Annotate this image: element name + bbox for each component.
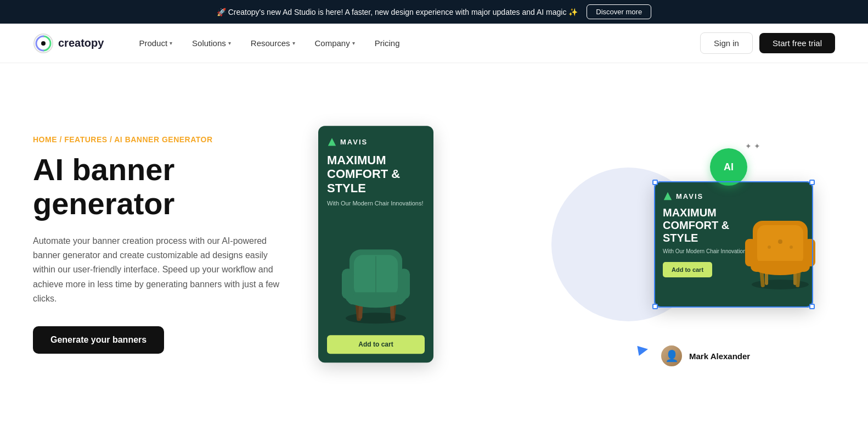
logo-icon bbox=[33, 33, 54, 54]
brand-name-secondary: MAVIS bbox=[676, 192, 703, 200]
svg-marker-15 bbox=[664, 192, 672, 200]
svg-rect-25 bbox=[745, 239, 756, 266]
chevron-down-icon: ▾ bbox=[352, 40, 355, 46]
add-to-cart-secondary[interactable]: Add to cart bbox=[663, 262, 712, 277]
logo[interactable]: creatopy bbox=[33, 33, 104, 54]
svg-point-1 bbox=[41, 41, 46, 46]
chevron-down-icon: ▾ bbox=[170, 40, 172, 46]
hero-description: Automate your banner creation process wi… bbox=[33, 234, 285, 306]
banner-main-headline: MAXIMUM COMFORT & STYLE bbox=[327, 153, 425, 195]
banner-main-subtext: With Our Modern Chair Innovations! bbox=[327, 199, 425, 208]
announcement-text: 🚀 Creatopy's new Ad Studio is here! A fa… bbox=[217, 8, 578, 16]
user-name: Mark Alexander bbox=[689, 352, 750, 361]
svg-rect-13 bbox=[398, 269, 410, 299]
nav-product[interactable]: Product ▾ bbox=[130, 34, 181, 52]
hero-title: AI banner generator bbox=[33, 153, 318, 220]
chair-illustration-secondary bbox=[736, 192, 824, 291]
svg-point-27 bbox=[778, 239, 782, 244]
logo-text: creatopy bbox=[58, 37, 104, 49]
main-banner-card: MAVIS MAXIMUM COMFORT & STYLE With Our M… bbox=[318, 126, 433, 362]
svg-rect-11 bbox=[347, 293, 404, 305]
mavis-logo-icon-secondary bbox=[663, 191, 673, 201]
start-trial-button[interactable]: Start free trial bbox=[759, 33, 835, 53]
chair-illustration-main bbox=[327, 217, 425, 327]
nav-solutions[interactable]: Solutions ▾ bbox=[183, 34, 240, 52]
handle-bottom-right bbox=[809, 304, 815, 309]
svg-rect-23 bbox=[757, 225, 803, 265]
nav-pricing[interactable]: Pricing bbox=[366, 34, 409, 52]
chevron-down-icon: ▾ bbox=[228, 40, 231, 46]
svg-point-29 bbox=[790, 246, 793, 249]
navbar: creatopy Product ▾ Solutions ▾ Resources… bbox=[0, 24, 868, 63]
cursor-icon: ▶ bbox=[636, 341, 649, 358]
brand-row: MAVIS bbox=[327, 137, 425, 147]
nav-company[interactable]: Company ▾ bbox=[306, 34, 364, 52]
svg-point-28 bbox=[768, 246, 771, 249]
brand-name: MAVIS bbox=[340, 138, 368, 146]
ai-badge: AI bbox=[710, 148, 747, 186]
svg-rect-26 bbox=[804, 239, 815, 266]
secondary-banner-card: AI ✦ ✦ MAVIS MAXIMUM COMFORT & STYLE Wit… bbox=[654, 181, 813, 308]
sparkles-icon: ✦ ✦ bbox=[745, 142, 760, 150]
chevron-down-icon: ▾ bbox=[292, 40, 295, 46]
nav-links: Product ▾ Solutions ▾ Resources ▾ Compan… bbox=[130, 34, 700, 52]
user-pill: 👤 Mark Alexander bbox=[660, 344, 750, 368]
hero-visuals: MAVIS MAXIMUM COMFORT & STYLE With Our M… bbox=[318, 107, 835, 382]
svg-point-16 bbox=[752, 280, 809, 289]
nav-resources[interactable]: Resources ▾ bbox=[242, 34, 304, 52]
discover-more-button[interactable]: Discover more bbox=[587, 4, 651, 19]
announcement-bar: 🚀 Creatopy's new Ad Studio is here! A fa… bbox=[0, 0, 868, 24]
svg-rect-12 bbox=[342, 269, 354, 299]
hero-content: Home / Features / AI Banner Generator AI… bbox=[33, 135, 318, 353]
add-to-cart-main[interactable]: Add to cart bbox=[327, 336, 425, 354]
svg-marker-2 bbox=[328, 138, 336, 146]
nav-actions: Sign in Start free trial bbox=[700, 32, 835, 54]
handle-top-right bbox=[809, 180, 815, 185]
avatar: 👤 bbox=[660, 344, 684, 368]
mavis-logo-icon bbox=[327, 137, 337, 147]
svg-point-3 bbox=[346, 313, 406, 324]
generate-banners-button[interactable]: Generate your banners bbox=[33, 326, 164, 354]
sign-in-button[interactable]: Sign in bbox=[700, 32, 753, 54]
hero-section: Home / Features / AI Banner Generator AI… bbox=[0, 63, 868, 424]
svg-rect-24 bbox=[751, 261, 810, 272]
breadcrumb: Home / Features / AI Banner Generator bbox=[33, 135, 318, 144]
